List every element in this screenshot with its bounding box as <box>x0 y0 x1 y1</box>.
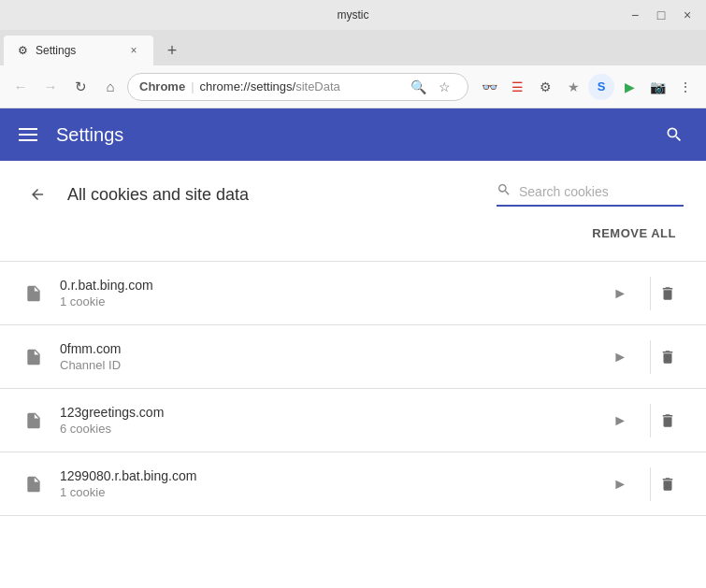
sync-icon[interactable]: ▶ <box>616 74 642 100</box>
omnibox-separator: | <box>191 79 194 93</box>
expand-icon[interactable]: ► <box>609 345 631 369</box>
cookie-detail: 6 cookies <box>60 422 594 436</box>
extensions-icon[interactable]: ⚙ <box>532 74 558 100</box>
omnibox[interactable]: Chrome | chrome://settings/siteData 🔍 ☆ <box>127 73 468 101</box>
cookie-domain: 0.r.bat.bing.com <box>60 278 594 293</box>
settings-container: Settings All cookies and site data <box>0 108 706 588</box>
settings-search-button[interactable] <box>657 118 691 151</box>
forward-button[interactable]: → <box>37 74 64 100</box>
settings-content[interactable]: All cookies and site data REMOVE ALL <box>0 161 706 588</box>
back-to-settings-button[interactable] <box>22 179 52 209</box>
remove-all-row: REMOVE ALL <box>0 221 706 261</box>
security-label: Chrome <box>139 79 185 93</box>
settings-tab[interactable]: ⚙ Settings × <box>4 36 153 65</box>
cookie-detail: 1 cookie <box>60 485 594 499</box>
delete-cookie-button[interactable] <box>650 467 684 501</box>
bookmarks-icon[interactable]: ★ <box>560 74 586 100</box>
delete-cookie-button[interactable] <box>650 277 684 310</box>
minimize-button[interactable]: − <box>624 4 646 26</box>
file-icon <box>22 284 45 303</box>
toolbar-icons: 👓 ☰ ⚙ ★ S ▶ 📷 ⋮ <box>476 74 699 100</box>
cookie-info: 0fmm.com Channel ID <box>60 341 594 372</box>
search-cookies-container[interactable] <box>497 182 684 207</box>
tab-title: Settings <box>36 44 76 57</box>
search-icon[interactable]: 🔍 <box>406 75 430 99</box>
reload-button[interactable]: ↻ <box>67 74 94 100</box>
file-icon <box>22 348 45 366</box>
file-icon <box>22 411 45 430</box>
cookie-domain: 0fmm.com <box>60 341 594 356</box>
table-row[interactable]: 1299080.r.bat.bing.com 1 cookie ► <box>0 452 706 516</box>
maximize-button[interactable]: □ <box>650 4 672 26</box>
settings-title: Settings <box>56 124 642 146</box>
menu-button[interactable]: ⋮ <box>672 74 699 100</box>
search-cookies-input[interactable] <box>519 184 683 199</box>
delete-cookie-button[interactable] <box>650 404 684 437</box>
expand-icon[interactable]: ► <box>609 281 631 306</box>
omnibox-actions: 🔍 ☆ <box>406 75 456 99</box>
expand-icon[interactable]: ► <box>609 472 631 496</box>
delete-cookie-button[interactable] <box>650 340 684 374</box>
tab-bar: ⚙ Settings × + <box>0 30 706 65</box>
cookie-domain: 1299080.r.bat.bing.com <box>60 468 594 483</box>
page-title-row: All cookies and site data <box>0 161 706 221</box>
reader-icon[interactable]: ☰ <box>504 74 530 100</box>
home-button[interactable]: ⌂ <box>97 74 123 100</box>
tab-favicon: ⚙ <box>15 43 30 58</box>
cookie-info: 1299080.r.bat.bing.com 1 cookie <box>60 468 594 499</box>
cookie-info: 0.r.bat.bing.com 1 cookie <box>60 278 594 308</box>
expand-icon[interactable]: ► <box>609 409 631 433</box>
settings-header: Settings <box>0 108 706 161</box>
tab-close-button[interactable]: × <box>125 42 142 59</box>
file-icon <box>22 475 45 494</box>
cookie-list: 0.r.bat.bing.com 1 cookie ► 0fmm. <box>0 261 706 516</box>
account-icon[interactable]: S <box>588 74 614 100</box>
remove-all-button[interactable]: REMOVE ALL <box>584 221 684 246</box>
cast-icon[interactable]: 📷 <box>644 74 670 100</box>
cookie-detail: 1 cookie <box>60 294 594 308</box>
close-button[interactable]: × <box>676 4 699 26</box>
bookmark-icon[interactable]: ☆ <box>432 75 456 99</box>
page-title: All cookies and site data <box>67 185 482 205</box>
table-row[interactable]: 0.r.bat.bing.com 1 cookie ► <box>0 262 706 325</box>
cookie-detail: Channel ID <box>60 358 594 372</box>
username-label: mystic <box>338 8 369 22</box>
new-tab-button[interactable]: + <box>157 36 187 65</box>
search-cookies-icon <box>497 182 511 201</box>
address-bar: ← → ↻ ⌂ Chrome | chrome://settings/siteD… <box>0 65 706 108</box>
cookie-info: 123greetings.com 6 cookies <box>60 405 594 436</box>
back-button[interactable]: ← <box>7 74 34 100</box>
hamburger-menu-button[interactable] <box>15 124 41 145</box>
title-bar: mystic − □ × <box>0 0 706 30</box>
omnibox-url: chrome://settings/siteData <box>200 79 400 93</box>
cookie-domain: 123greetings.com <box>60 405 594 420</box>
pocket-icon[interactable]: 👓 <box>476 74 502 100</box>
window-controls: − □ × <box>624 4 699 26</box>
table-row[interactable]: 123greetings.com 6 cookies ► <box>0 389 706 452</box>
table-row[interactable]: 0fmm.com Channel ID ► <box>0 325 706 389</box>
